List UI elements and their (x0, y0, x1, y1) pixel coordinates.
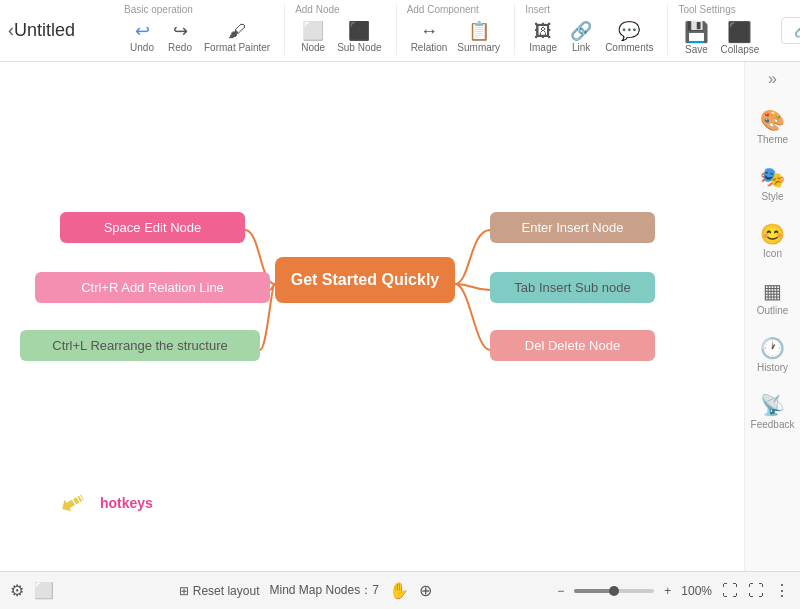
node-button[interactable]: ⬜ Node (295, 18, 331, 55)
toolbar-group-addnode: Add Node ⬜ Node ⬛ Sub Node (285, 4, 396, 55)
left-node-1-text: Ctrl+R Add Relation Line (81, 280, 224, 295)
save-label: Save (685, 44, 708, 55)
hand-tool-icon[interactable]: ✋ (389, 581, 409, 600)
outline-icon: ▦ (763, 279, 782, 303)
sidebar-item-icon[interactable]: 😊 Icon (748, 212, 798, 269)
theme-label: Theme (757, 134, 788, 145)
main-area: Get Started Quickly Space Edit Node Ctrl… (0, 62, 800, 571)
toolbar-group-insert: Insert 🖼 Image 🔗 Link 💬 Comments (515, 4, 668, 55)
format-painter-button[interactable]: 🖌 Format Painter (200, 19, 274, 55)
save-icon: 💾 (684, 20, 709, 44)
reset-label: Reset layout (193, 584, 260, 598)
zoom-plus-button[interactable]: + (664, 584, 671, 598)
icon-label: Icon (763, 248, 782, 259)
sidebar-item-outline[interactable]: ▦ Outline (748, 269, 798, 326)
toolbar-items-addcomponent: ↔ Relation 📋 Summary (407, 18, 505, 55)
group-label-basic: Basic operation (124, 4, 193, 15)
save-button[interactable]: 💾 Save (678, 18, 714, 57)
toolbar-items-toolsettings: 💾 Save ⬛ Collapse (678, 18, 763, 57)
collapse-button[interactable]: ⬛ Collapse (716, 18, 763, 57)
node-label: Node (301, 42, 325, 53)
center-node[interactable]: Get Started Quickly (275, 257, 455, 303)
sidebar-item-feedback[interactable]: 📡 Feedback (748, 383, 798, 440)
left-node-1[interactable]: Ctrl+R Add Relation Line (35, 272, 270, 303)
style-label: Style (761, 191, 783, 202)
group-label-toolsettings: Tool Settings (678, 4, 735, 15)
share-button[interactable]: 🔗 Share (781, 17, 800, 44)
link-label: Link (572, 42, 590, 53)
right-sidebar: » 🎨 Theme 🎭 Style 😊 Icon ▦ Outline 🕐 His… (744, 62, 800, 571)
sub-node-button[interactable]: ⬛ Sub Node (333, 18, 385, 55)
undo-label: Undo (130, 42, 154, 53)
group-label-addcomponent: Add Component (407, 4, 479, 15)
bottom-bar: ⚙ ⬜ ⊞ Reset layout Mind Map Nodes：7 ✋ ⊕ … (0, 571, 800, 609)
toolbar: Basic operation ↩ Undo ↪ Redo 🖌 Format P… (114, 4, 773, 57)
share-icon: 🔗 (794, 23, 800, 38)
comments-label: Comments (605, 42, 653, 53)
history-icon: 🕐 (760, 336, 785, 360)
sidebar-item-style[interactable]: 🎭 Style (748, 155, 798, 212)
right-node-2-text: Del Delete Node (525, 338, 620, 353)
comments-icon: 💬 (618, 20, 640, 42)
theme-icon: 🎨 (760, 108, 785, 132)
redo-icon: ↪ (173, 20, 188, 42)
node-icon: ⬜ (302, 20, 324, 42)
right-node-1-text: Tab Insert Sub node (514, 280, 630, 295)
image-label: Image (529, 42, 557, 53)
link-button[interactable]: 🔗 Link (563, 18, 599, 55)
left-node-2-text: Ctrl+L Rearrange the structure (52, 338, 227, 353)
right-node-0[interactable]: Enter Insert Node (490, 212, 655, 243)
zoom-slider-thumb (609, 586, 619, 596)
hotkeys-label: hotkeys (100, 495, 153, 511)
sidebar-collapse-button[interactable]: » (768, 70, 777, 88)
right-node-0-text: Enter Insert Node (522, 220, 624, 235)
reset-icon: ⊞ (179, 584, 189, 598)
toolbar-group-toolsettings: Tool Settings 💾 Save ⬛ Collapse (668, 4, 773, 57)
image-button[interactable]: 🖼 Image (525, 19, 561, 55)
toolbar-group-addcomponent: Add Component ↔ Relation 📋 Summary (397, 4, 516, 55)
sidebar-item-history[interactable]: 🕐 History (748, 326, 798, 383)
right-node-1[interactable]: Tab Insert Sub node (490, 272, 655, 303)
toolbar-items-basic: ↩ Undo ↪ Redo 🖌 Format Painter (124, 18, 274, 55)
reset-layout-button[interactable]: ⊞ Reset layout (179, 584, 259, 598)
redo-button[interactable]: ↪ Redo (162, 18, 198, 55)
undo-button[interactable]: ↩ Undo (124, 18, 160, 55)
zoom-minus-button[interactable]: − (557, 584, 564, 598)
style-icon: 🎭 (760, 165, 785, 189)
summary-label: Summary (457, 42, 500, 53)
zoom-slider[interactable] (574, 589, 654, 593)
feedback-label: Feedback (751, 419, 795, 430)
format-painter-icon: 🖌 (228, 21, 246, 42)
summary-button[interactable]: 📋 Summary (453, 18, 504, 55)
feedback-icon: 📡 (760, 393, 785, 417)
relation-icon: ↔ (420, 21, 438, 42)
undo-icon: ↩ (135, 20, 150, 42)
left-node-0[interactable]: Space Edit Node (60, 212, 245, 243)
collapse-label: Collapse (720, 44, 759, 55)
sub-node-icon: ⬛ (348, 20, 370, 42)
fullscreen-icon[interactable]: ⛶ (748, 582, 764, 600)
left-node-2[interactable]: Ctrl+L Rearrange the structure (20, 330, 260, 361)
sidebar-item-theme[interactable]: 🎨 Theme (748, 98, 798, 155)
history-label: History (757, 362, 788, 373)
sub-node-label: Sub Node (337, 42, 381, 53)
right-node-2[interactable]: Del Delete Node (490, 330, 655, 361)
header: ‹ Untitled Basic operation ↩ Undo ↪ Redo… (0, 0, 800, 62)
settings-icon[interactable]: ⚙ (10, 581, 24, 600)
more-options-icon[interactable]: ⋮ (774, 581, 790, 600)
toolbar-items-addnode: ⬜ Node ⬛ Sub Node (295, 18, 385, 55)
relation-button[interactable]: ↔ Relation (407, 19, 452, 55)
icon-icon: 😊 (760, 222, 785, 246)
redo-label: Redo (168, 42, 192, 53)
target-icon[interactable]: ⊕ (419, 581, 432, 600)
canvas[interactable]: Get Started Quickly Space Edit Node Ctrl… (0, 62, 744, 571)
collapse-icon: ⬛ (727, 20, 752, 44)
image-icon: 🖼 (534, 21, 552, 42)
zoom-percent-label: 100% (681, 584, 712, 598)
grid-icon[interactable]: ⬜ (34, 581, 54, 600)
center-node-text: Get Started Quickly (291, 271, 440, 289)
link-icon: 🔗 (570, 20, 592, 42)
fit-screen-icon[interactable]: ⛶ (722, 582, 738, 600)
comments-button[interactable]: 💬 Comments (601, 18, 657, 55)
zoom-slider-fill (574, 589, 614, 593)
